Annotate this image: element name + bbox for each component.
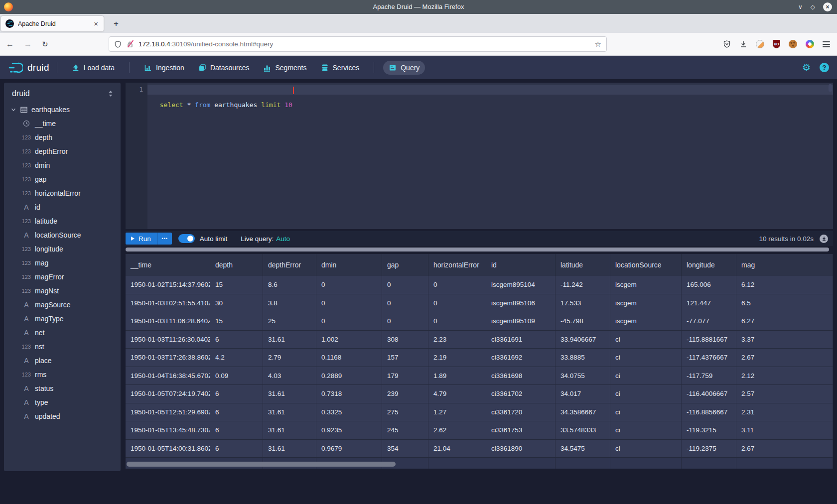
cell-depth[interactable]: 4.2 (210, 349, 263, 367)
column-header[interactable]: dmin (316, 254, 382, 276)
settings-gear-icon[interactable]: ⚙ (802, 62, 811, 73)
cell-horizontalError[interactable]: 1.89 (428, 367, 486, 385)
cell-mag[interactable]: 6.27 (736, 312, 833, 330)
pocket-shield-icon[interactable] (723, 40, 731, 48)
cell-id[interactable]: ci3361720 (486, 403, 556, 421)
cell-horizontalError[interactable]: 0 (428, 312, 486, 330)
cell-depthError[interactable]: 3.8 (263, 294, 316, 312)
cell-locationSource[interactable]: iscgem (610, 276, 682, 294)
cell-depth[interactable]: 0.09 (210, 367, 263, 385)
cell-gap[interactable]: 0 (382, 294, 428, 312)
cell-locationSource[interactable]: ci (610, 403, 682, 421)
cell-horizontalError[interactable]: 0 (428, 294, 486, 312)
cell-depthError[interactable]: 8.6 (263, 276, 316, 294)
cell-latitude[interactable]: 34.5475 (556, 440, 610, 458)
cell-depth[interactable]: 30 (210, 294, 263, 312)
cell-horizontalError[interactable]: 21.04 (428, 440, 486, 458)
schema-column-item[interactable]: 123 A depthError (4, 144, 121, 158)
cell-dmin[interactable]: 0.2889 (316, 367, 382, 385)
schema-column-item[interactable]: 123 A horizontalError (4, 186, 121, 200)
query-editor[interactable]: 1 select * from earthquakes limit 10 (126, 83, 833, 229)
cell-id[interactable]: iscgem895104 (486, 276, 556, 294)
cell-id[interactable]: ci3361698 (486, 367, 556, 385)
schema-column-item[interactable]: 123 A status (4, 381, 121, 395)
cell-longitude[interactable]: 121.447 (682, 294, 736, 312)
cell-depth[interactable]: 6 (210, 385, 263, 403)
column-header[interactable]: depth (210, 254, 263, 276)
schema-column-item[interactable]: 123 A rms (4, 368, 121, 381)
cell-dmin[interactable]: 0.7318 (316, 385, 382, 403)
column-header[interactable]: horizontalError (428, 254, 486, 276)
cell-id[interactable]: iscgem895109 (486, 312, 556, 330)
cell-horizontalError[interactable]: 1.27 (428, 403, 486, 421)
cell-id[interactable]: ci3361691 (486, 331, 556, 349)
cell-gap[interactable]: 239 (382, 385, 428, 403)
cell-gap[interactable]: 245 (382, 421, 428, 439)
cell-longitude[interactable]: -119.2375 (682, 440, 736, 458)
cell-depthError[interactable]: 31.61 (263, 440, 316, 458)
cell-mag[interactable]: 3.11 (736, 421, 833, 439)
cell-locationSource[interactable]: ci (610, 331, 682, 349)
cell-depth[interactable]: 15 (210, 276, 263, 294)
cell-latitude[interactable]: 34.3586667 (556, 403, 610, 421)
cell-longitude[interactable]: -77.077 (682, 312, 736, 330)
cell-dmin[interactable]: 0.3325 (316, 403, 382, 421)
cell-longitude[interactable]: -116.8856667 (682, 403, 736, 421)
schema-column-item[interactable]: 123 A __time (4, 117, 121, 130)
cell-locationSource[interactable]: ci (610, 367, 682, 385)
cell-dmin[interactable]: 0 (316, 294, 382, 312)
cell-depth[interactable]: 6 (210, 440, 263, 458)
cell-time[interactable]: 1950-01-03T11:06:28.640Z (126, 312, 210, 330)
back-icon[interactable]: ← (6, 40, 14, 49)
cell-depthError[interactable]: 4.03 (263, 367, 316, 385)
schema-column-item[interactable]: 123 A id (4, 200, 121, 214)
cell-mag[interactable]: 6.5 (736, 294, 833, 312)
browser-tab[interactable]: Apache Druid × (1, 16, 104, 31)
extension-icon[interactable] (756, 40, 764, 48)
schema-column-item[interactable]: 123 A latitude (4, 214, 121, 228)
cell-mag[interactable]: 2.57 (736, 385, 833, 403)
cell-latitude[interactable]: 33.8885 (556, 349, 610, 367)
download-results-button[interactable] (820, 235, 828, 243)
cell-id[interactable]: ci3361890 (486, 440, 556, 458)
cell-longitude[interactable]: -119.3215 (682, 421, 736, 439)
cell-depth[interactable]: 6 (210, 421, 263, 439)
schema-column-item[interactable]: 123 A net (4, 326, 121, 340)
schema-column-item[interactable]: 123 A dmin (4, 158, 121, 172)
nav-item-load-data[interactable]: Load data (66, 61, 120, 75)
cell-depthError[interactable]: 31.61 (263, 331, 316, 349)
cell-horizontalError[interactable]: 2.62 (428, 421, 486, 439)
cell-latitude[interactable]: 34.0755 (556, 367, 610, 385)
cell-gap[interactable]: 308 (382, 331, 428, 349)
cell-depthError[interactable]: 2.79 (263, 349, 316, 367)
cell-dmin[interactable]: 0 (316, 312, 382, 330)
cell-longitude[interactable]: 165.006 (682, 276, 736, 294)
schema-column-item[interactable]: 123 A locationSource (4, 228, 121, 242)
cell-locationSource[interactable]: ci (610, 421, 682, 439)
run-more-button[interactable]: ••• (157, 233, 172, 245)
menu-icon[interactable] (823, 41, 830, 47)
cell-depth[interactable]: 15 (210, 312, 263, 330)
cell-latitude[interactable]: 33.5748333 (556, 421, 610, 439)
schema-column-item[interactable]: 123 A type (4, 395, 121, 409)
schema-column-item[interactable]: 123 A magSource (4, 298, 121, 312)
cell-horizontalError[interactable]: 4.79 (428, 385, 486, 403)
column-header[interactable]: locationSource (610, 254, 682, 276)
url-bar[interactable]: 172.18.0.4:30109/unified-console.html#qu… (109, 36, 607, 52)
cell-depthError[interactable]: 31.61 (263, 421, 316, 439)
cell-depthError[interactable]: 25 (263, 312, 316, 330)
cell-gap[interactable]: 157 (382, 349, 428, 367)
column-header[interactable]: gap (382, 254, 428, 276)
cell-mag[interactable]: 2.31 (736, 403, 833, 421)
cell-time[interactable]: 1950-01-05T12:51:29.690Z (126, 403, 210, 421)
downloads-icon[interactable] (739, 40, 747, 48)
druid-brand[interactable]: druid (8, 62, 49, 74)
cell-depth[interactable]: 6 (210, 331, 263, 349)
cell-locationSource[interactable]: ci (610, 385, 682, 403)
bookmark-star-icon[interactable]: ☆ (595, 40, 601, 49)
cell-mag[interactable]: 3.37 (736, 331, 833, 349)
cell-longitude[interactable]: -115.8881667 (682, 331, 736, 349)
cell-gap[interactable]: 179 (382, 367, 428, 385)
cell-time[interactable]: 1950-01-02T15:14:37.960Z (126, 276, 210, 294)
cell-latitude[interactable]: 34.017 (556, 385, 610, 403)
